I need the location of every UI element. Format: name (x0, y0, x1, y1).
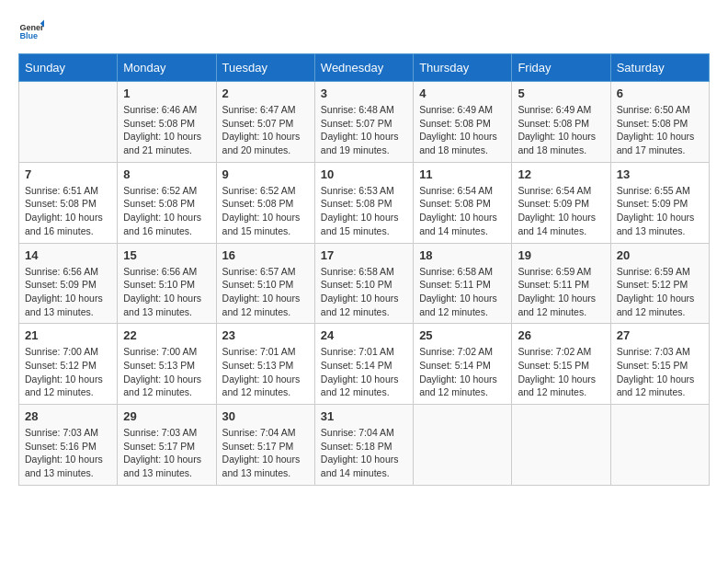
day-number: 29 (123, 409, 210, 423)
calendar-cell: 9Sunrise: 6:52 AM Sunset: 5:08 PM Daylig… (216, 162, 314, 243)
calendar-cell: 28Sunrise: 7:03 AM Sunset: 5:16 PM Dayli… (19, 405, 118, 486)
calendar-cell: 15Sunrise: 6:56 AM Sunset: 5:10 PM Dayli… (118, 243, 216, 324)
calendar-cell: 16Sunrise: 6:57 AM Sunset: 5:10 PM Dayli… (216, 243, 314, 324)
day-number: 1 (123, 86, 210, 100)
calendar-week-row: 28Sunrise: 7:03 AM Sunset: 5:16 PM Dayli… (19, 405, 710, 486)
calendar-week-row: 1Sunrise: 6:46 AM Sunset: 5:08 PM Daylig… (19, 82, 710, 163)
day-info: Sunrise: 7:03 AM Sunset: 5:16 PM Dayligh… (25, 426, 111, 480)
day-info: Sunrise: 6:56 AM Sunset: 5:10 PM Dayligh… (123, 265, 210, 319)
calendar-week-row: 14Sunrise: 6:56 AM Sunset: 5:09 PM Dayli… (19, 243, 710, 324)
day-info: Sunrise: 7:02 AM Sunset: 5:15 PM Dayligh… (518, 345, 604, 399)
day-info: Sunrise: 7:00 AM Sunset: 5:12 PM Dayligh… (25, 345, 111, 399)
calendar-header-row: SundayMondayTuesdayWednesdayThursdayFrid… (19, 54, 710, 82)
calendar-week-row: 7Sunrise: 6:51 AM Sunset: 5:08 PM Daylig… (19, 162, 710, 243)
calendar-cell: 6Sunrise: 6:50 AM Sunset: 5:08 PM Daylig… (610, 82, 709, 163)
day-number: 26 (518, 328, 604, 342)
calendar-cell: 22Sunrise: 7:00 AM Sunset: 5:13 PM Dayli… (118, 324, 216, 405)
day-number: 19 (518, 248, 604, 262)
day-number: 27 (617, 328, 703, 342)
day-info: Sunrise: 7:01 AM Sunset: 5:13 PM Dayligh… (222, 345, 309, 399)
calendar-cell: 30Sunrise: 7:04 AM Sunset: 5:17 PM Dayli… (216, 405, 314, 486)
day-number: 22 (123, 328, 210, 342)
day-number: 13 (617, 167, 703, 181)
calendar-cell: 13Sunrise: 6:55 AM Sunset: 5:09 PM Dayli… (610, 162, 709, 243)
day-number: 9 (222, 167, 309, 181)
calendar-cell (414, 405, 512, 486)
day-info: Sunrise: 7:03 AM Sunset: 5:17 PM Dayligh… (123, 426, 210, 480)
day-number: 31 (321, 409, 407, 423)
calendar-cell: 18Sunrise: 6:58 AM Sunset: 5:11 PM Dayli… (414, 243, 512, 324)
day-info: Sunrise: 6:59 AM Sunset: 5:11 PM Dayligh… (518, 265, 604, 319)
calendar-cell: 2Sunrise: 6:47 AM Sunset: 5:07 PM Daylig… (216, 82, 314, 163)
day-number: 28 (25, 409, 111, 423)
day-info: Sunrise: 7:04 AM Sunset: 5:17 PM Dayligh… (222, 426, 309, 480)
day-info: Sunrise: 6:48 AM Sunset: 5:07 PM Dayligh… (321, 103, 407, 157)
day-info: Sunrise: 6:52 AM Sunset: 5:08 PM Dayligh… (222, 184, 309, 238)
day-number: 30 (222, 409, 309, 423)
day-info: Sunrise: 7:03 AM Sunset: 5:15 PM Dayligh… (617, 345, 703, 399)
logo-icon: General Blue (18, 18, 44, 44)
day-number: 2 (222, 86, 309, 100)
day-info: Sunrise: 6:59 AM Sunset: 5:12 PM Dayligh… (617, 265, 703, 319)
col-header-sunday: Sunday (19, 54, 118, 82)
day-info: Sunrise: 6:49 AM Sunset: 5:08 PM Dayligh… (419, 103, 506, 157)
calendar-cell: 29Sunrise: 7:03 AM Sunset: 5:17 PM Dayli… (118, 405, 216, 486)
col-header-saturday: Saturday (610, 54, 709, 82)
day-info: Sunrise: 7:00 AM Sunset: 5:13 PM Dayligh… (123, 345, 210, 399)
header: General Blue (18, 18, 710, 44)
col-header-monday: Monday (118, 54, 216, 82)
day-info: Sunrise: 6:53 AM Sunset: 5:08 PM Dayligh… (321, 184, 407, 238)
col-header-tuesday: Tuesday (216, 54, 314, 82)
calendar-cell: 11Sunrise: 6:54 AM Sunset: 5:08 PM Dayli… (414, 162, 512, 243)
day-info: Sunrise: 6:49 AM Sunset: 5:08 PM Dayligh… (518, 103, 604, 157)
svg-text:Blue: Blue (19, 31, 38, 40)
day-info: Sunrise: 7:04 AM Sunset: 5:18 PM Dayligh… (321, 426, 407, 480)
calendar-cell: 3Sunrise: 6:48 AM Sunset: 5:07 PM Daylig… (314, 82, 413, 163)
calendar-cell: 23Sunrise: 7:01 AM Sunset: 5:13 PM Dayli… (216, 324, 314, 405)
day-number: 24 (321, 328, 407, 342)
calendar-cell: 10Sunrise: 6:53 AM Sunset: 5:08 PM Dayli… (314, 162, 413, 243)
day-info: Sunrise: 6:58 AM Sunset: 5:10 PM Dayligh… (321, 265, 407, 319)
day-info: Sunrise: 6:51 AM Sunset: 5:08 PM Dayligh… (25, 184, 111, 238)
day-number: 21 (25, 328, 111, 342)
col-header-friday: Friday (512, 54, 610, 82)
day-info: Sunrise: 6:50 AM Sunset: 5:08 PM Dayligh… (617, 103, 703, 157)
col-header-thursday: Thursday (414, 54, 512, 82)
day-number: 7 (25, 167, 111, 181)
calendar-week-row: 21Sunrise: 7:00 AM Sunset: 5:12 PM Dayli… (19, 324, 710, 405)
calendar-cell: 24Sunrise: 7:01 AM Sunset: 5:14 PM Dayli… (314, 324, 413, 405)
day-number: 8 (123, 167, 210, 181)
calendar-cell: 4Sunrise: 6:49 AM Sunset: 5:08 PM Daylig… (414, 82, 512, 163)
day-number: 25 (419, 328, 506, 342)
day-number: 6 (617, 86, 703, 100)
svg-text:General: General (19, 23, 44, 32)
day-info: Sunrise: 7:01 AM Sunset: 5:14 PM Dayligh… (321, 345, 407, 399)
day-number: 20 (617, 248, 703, 262)
day-number: 14 (25, 248, 111, 262)
calendar-cell (610, 405, 709, 486)
day-number: 12 (518, 167, 604, 181)
calendar-cell: 25Sunrise: 7:02 AM Sunset: 5:14 PM Dayli… (414, 324, 512, 405)
day-number: 11 (419, 167, 506, 181)
calendar-cell: 20Sunrise: 6:59 AM Sunset: 5:12 PM Dayli… (610, 243, 709, 324)
day-number: 3 (321, 86, 407, 100)
calendar-cell: 7Sunrise: 6:51 AM Sunset: 5:08 PM Daylig… (19, 162, 118, 243)
calendar-cell: 17Sunrise: 6:58 AM Sunset: 5:10 PM Dayli… (314, 243, 413, 324)
day-number: 10 (321, 167, 407, 181)
calendar-cell: 21Sunrise: 7:00 AM Sunset: 5:12 PM Dayli… (19, 324, 118, 405)
calendar-cell: 27Sunrise: 7:03 AM Sunset: 5:15 PM Dayli… (610, 324, 709, 405)
day-number: 5 (518, 86, 604, 100)
calendar-cell (19, 82, 118, 163)
logo: General Blue (18, 18, 44, 44)
day-info: Sunrise: 6:52 AM Sunset: 5:08 PM Dayligh… (123, 184, 210, 238)
day-number: 16 (222, 248, 309, 262)
day-info: Sunrise: 6:57 AM Sunset: 5:10 PM Dayligh… (222, 265, 309, 319)
day-info: Sunrise: 6:54 AM Sunset: 5:09 PM Dayligh… (518, 184, 604, 238)
day-info: Sunrise: 6:54 AM Sunset: 5:08 PM Dayligh… (419, 184, 506, 238)
calendar-cell: 8Sunrise: 6:52 AM Sunset: 5:08 PM Daylig… (118, 162, 216, 243)
calendar-cell: 1Sunrise: 6:46 AM Sunset: 5:08 PM Daylig… (118, 82, 216, 163)
day-number: 23 (222, 328, 309, 342)
day-number: 17 (321, 248, 407, 262)
day-info: Sunrise: 6:47 AM Sunset: 5:07 PM Dayligh… (222, 103, 309, 157)
day-info: Sunrise: 6:55 AM Sunset: 5:09 PM Dayligh… (617, 184, 703, 238)
